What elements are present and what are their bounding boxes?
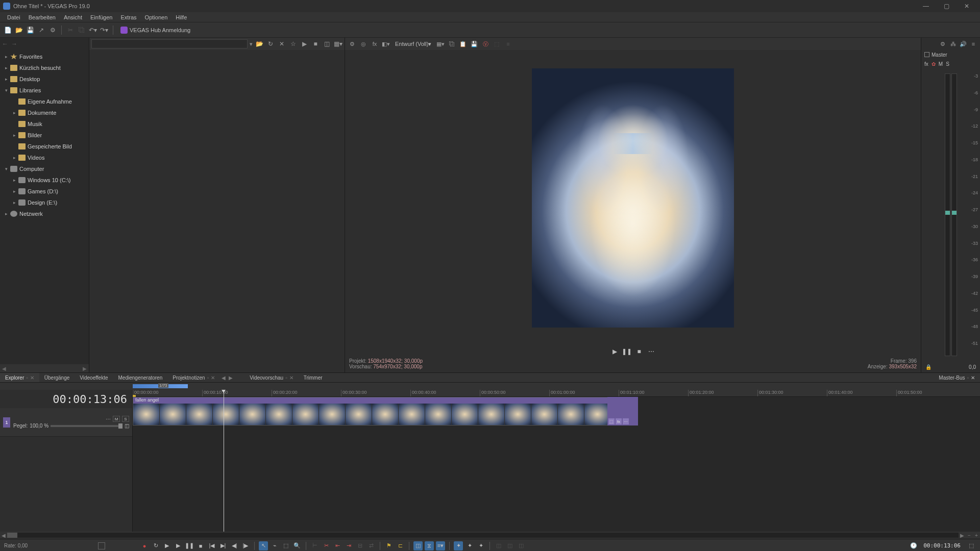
dock-tab[interactable]: Projektnotizen▫✕ xyxy=(167,373,220,382)
tab-popout-icon[interactable]: ▫ xyxy=(967,375,969,381)
tree-item[interactable]: ▸Games (D:\) xyxy=(0,186,89,197)
tree-item[interactable]: ▸Favorites xyxy=(0,51,89,62)
menu-einfuegen[interactable]: Einfügen xyxy=(86,13,116,21)
video-clip[interactable]: fallen angel xyxy=(133,397,638,425)
properties-icon[interactable]: ⚙ xyxy=(48,26,57,35)
ext-monitor-icon[interactable]: ◎ xyxy=(359,40,368,48)
dock-tab[interactable]: Videoeffekte xyxy=(75,373,113,382)
next-frame-button[interactable]: |▶ xyxy=(241,541,250,550)
close-button[interactable]: ✕ xyxy=(957,0,977,12)
tree-item[interactable]: ▸Dokumente xyxy=(0,107,89,118)
transport-timecode[interactable]: 00:00:13:06 xyxy=(919,542,965,549)
folder-up-icon[interactable]: 📂 xyxy=(255,39,264,48)
track-mute-button[interactable]: M xyxy=(113,416,120,422)
record-button[interactable]: ● xyxy=(140,541,149,550)
go-start-button[interactable]: |◀ xyxy=(207,541,216,550)
tab-popout-icon[interactable]: ▫ xyxy=(26,375,28,381)
tree-item[interactable]: ▸Desktop xyxy=(0,73,89,85)
time-ruler[interactable]: 00:00:00:0000:00:10:0000:00:20:0000:00:3… xyxy=(133,390,980,397)
tree-toggle-icon[interactable]: ▸ xyxy=(13,178,18,183)
snap-icon[interactable]: ⊢ xyxy=(310,541,320,550)
hub-login-button[interactable]: VEGAS Hub Anmeldung xyxy=(117,26,193,35)
master-auto-button[interactable]: ✿ xyxy=(932,61,936,67)
tree-item[interactable]: ▾Libraries xyxy=(0,85,89,96)
minimize-button[interactable]: — xyxy=(916,0,936,12)
tree-item[interactable]: Eigene Aufnahme xyxy=(0,96,89,107)
auto-crossfade-button[interactable]: ⧖ xyxy=(425,541,434,550)
playhead[interactable] xyxy=(224,390,224,532)
delete-icon[interactable]: ✕ xyxy=(277,39,286,48)
list-icon[interactable]: ≡ xyxy=(504,40,512,48)
track-fx-icon[interactable]: ◫ xyxy=(125,423,129,429)
menu-optionen[interactable]: Optionen xyxy=(141,13,172,21)
maximize-button[interactable]: ▢ xyxy=(936,0,957,12)
save-icon[interactable]: 💾 xyxy=(26,26,35,35)
forward-icon[interactable]: → xyxy=(11,40,17,47)
zoom-out-icon[interactable]: − xyxy=(966,533,973,538)
adjust-button[interactable]: ✦ xyxy=(476,541,485,550)
tab-close-icon[interactable]: ✕ xyxy=(30,375,34,381)
preview-stop-icon[interactable]: ■ xyxy=(635,347,643,356)
track-header-1[interactable]: 1 ⋯ M S Pegel: 100,0 % ◫ xyxy=(0,408,132,437)
tree-toggle-icon[interactable]: ▸ xyxy=(5,211,10,216)
master-solo-button[interactable]: S xyxy=(946,61,949,67)
master-lock-icon[interactable]: 🔒 xyxy=(925,364,932,370)
clip-more-icon[interactable]: ⋯ xyxy=(623,418,629,424)
preview-quality-dropdown[interactable]: Entwurf (Voll)▾ xyxy=(393,41,433,47)
tree-item[interactable]: ▾Computer xyxy=(0,163,89,174)
tree-toggle-icon[interactable]: ▾ xyxy=(5,166,10,171)
colorize-button[interactable]: ✦ xyxy=(465,541,474,550)
menu-extras[interactable]: Extras xyxy=(116,13,140,21)
split-button[interactable]: ✂ xyxy=(322,541,331,550)
add-fx-button[interactable]: ✦ xyxy=(454,541,463,550)
scroll-left-icon[interactable]: ◀ xyxy=(0,533,7,538)
zoom-tool[interactable]: 🔍 xyxy=(292,541,302,550)
folder-tree[interactable]: ▸Favorites▸Kürzlich besucht▸Desktop▾Libr… xyxy=(0,50,89,364)
preview-more-icon[interactable]: ⋯ xyxy=(647,347,655,356)
explorer-scroll[interactable]: ◀▶ xyxy=(0,364,89,372)
tab-scroll-left-icon[interactable]: ◀ xyxy=(220,373,227,382)
tree-toggle-icon[interactable]: ▸ xyxy=(13,155,18,160)
region-button[interactable]: ⊏ xyxy=(396,541,405,550)
prev-frame-button[interactable]: ◀| xyxy=(230,541,239,550)
track-solo-button[interactable]: S xyxy=(122,416,129,422)
address-dropdown-icon[interactable]: ▾ xyxy=(250,41,253,47)
refresh-icon[interactable]: ↻ xyxy=(266,39,275,48)
master-mixer-icon[interactable]: ≡ xyxy=(970,40,977,47)
undo-icon[interactable]: ↶▾ xyxy=(88,26,97,35)
new-project-icon[interactable]: 📄 xyxy=(3,26,12,35)
dock-tab[interactable]: Mediengeneratoren xyxy=(113,373,168,382)
tab-scroll-right-icon[interactable]: ▶ xyxy=(227,373,234,382)
trim-end-button[interactable]: ⇥ xyxy=(344,541,353,550)
tree-item[interactable]: ▸Kürzlich besucht xyxy=(0,62,89,73)
tree-item[interactable]: ▸Design (E:\) xyxy=(0,197,89,208)
tree-item[interactable]: ▸Videos xyxy=(0,152,89,163)
tree-item[interactable]: Musik xyxy=(0,118,89,130)
overview-region[interactable]: 1/73 xyxy=(133,384,188,388)
tree-toggle-icon[interactable]: ▸ xyxy=(5,65,10,70)
trim-start-button[interactable]: ⇤ xyxy=(333,541,342,550)
dock-tab[interactable]: Videovorschau▫✕ xyxy=(244,373,299,382)
adjust-icon[interactable]: ⬚ xyxy=(493,40,501,48)
tab-popout-icon[interactable]: ▫ xyxy=(285,375,287,381)
tab-popout-icon[interactable]: ▫ xyxy=(207,375,209,381)
lock-button[interactable]: ≡▾ xyxy=(436,541,445,550)
tree-toggle-icon[interactable]: ▸ xyxy=(5,54,10,59)
output-fx-icon[interactable]: fx xyxy=(371,40,379,48)
timeline-overview[interactable]: 1/73 xyxy=(0,383,980,390)
zoom-in-icon[interactable]: + xyxy=(973,533,980,538)
marker-button[interactable]: ⚑ xyxy=(384,541,394,550)
master-dim-icon[interactable]: ⁂ xyxy=(949,40,957,47)
master-gear-icon[interactable]: ⚙ xyxy=(939,40,946,47)
auto-ripple-button[interactable]: ⇄ xyxy=(366,541,376,550)
auto-icon[interactable]: ◫ xyxy=(322,39,331,48)
preview-pause-icon[interactable]: ❚❚ xyxy=(623,347,631,356)
preview-play-icon[interactable]: ▶ xyxy=(610,347,619,356)
level-slider[interactable] xyxy=(51,425,122,427)
tree-item[interactable]: ▸Netzwerk xyxy=(0,208,89,219)
menu-datei[interactable]: Datei xyxy=(3,13,24,21)
tree-toggle-icon[interactable]: ▸ xyxy=(13,189,18,194)
tree-toggle-icon[interactable]: ▸ xyxy=(5,77,10,82)
stop-button[interactable]: ■ xyxy=(196,541,205,550)
tree-toggle-icon[interactable]: ▸ xyxy=(13,200,18,205)
